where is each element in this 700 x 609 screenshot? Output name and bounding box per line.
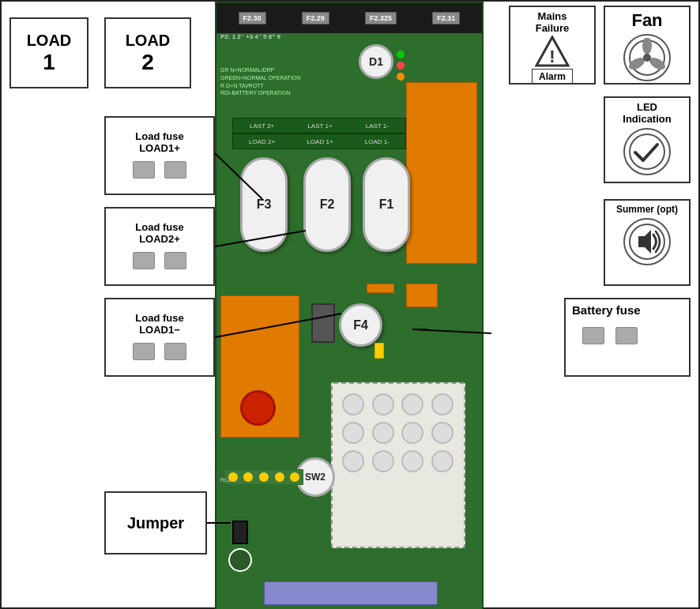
btn-4 (431, 393, 453, 415)
red-component (240, 390, 276, 426)
fuse-label-strip2: LOAD 2+ LOAD 1+ LOAD 1- (232, 133, 406, 149)
load1-box: LOAD 1 (9, 17, 88, 88)
cap-3 (259, 472, 269, 482)
btn-5 (342, 422, 364, 444)
cap-4 (275, 472, 284, 482)
fuse-f4: F4 (339, 303, 382, 347)
fuse-ind-3 (133, 252, 155, 269)
top-connector-strip: F2.30 F2.29 F2.325 F2.31 (216, 3, 482, 33)
fuse-f2: F2 (303, 157, 351, 252)
btn-10 (372, 450, 394, 472)
led-orange-1 (397, 73, 405, 81)
svg-text:!: ! (549, 47, 555, 66)
last1plus-label: LAST 1+ (307, 122, 332, 130)
last2-label: LAST 2+ (250, 122, 274, 130)
circle-component-bl (228, 548, 252, 572)
fuse-f1: F1 (363, 157, 410, 252)
button-grid (333, 384, 464, 482)
load-fuse-load1minus-box: Load fuse LOAD1− (104, 298, 215, 377)
fuse-ind-4 (164, 252, 186, 269)
jumper-box: Jumper (104, 491, 207, 554)
fuse-ind-5 (133, 343, 155, 360)
fuse-label-strip: LAST 2+ LAST 1+ LAST 1- (232, 118, 406, 133)
mains-failure-box: Mains Failure ! Alarm (509, 6, 596, 85)
connector-f2-325: F2.325 (365, 12, 397, 24)
summer-box: Summer (opt) (604, 199, 691, 286)
cap-2 (243, 472, 253, 482)
jumper-component (232, 521, 248, 544)
fan-icon (623, 34, 671, 81)
btn-7 (401, 422, 423, 444)
fuse-ind-6 (164, 343, 186, 360)
summer-icon (623, 218, 671, 265)
led-icon (623, 128, 671, 175)
load2-box: LOAD 2 (104, 17, 191, 88)
btn-12 (431, 450, 453, 472)
fuse-ind-2 (164, 161, 186, 179)
cap-5 (290, 472, 299, 482)
orange-resistor (367, 284, 394, 293)
load2plus-label: LOAD 2+ (249, 138, 275, 145)
main-container: F2.30 F2.29 F2.325 F2.31 P2: 1 2⁻ +3 4⁻ … (0, 0, 700, 609)
pcb-info-text: GR N=NORMAL/DRP GREEN=NORMAL OPERATION R… (220, 66, 315, 97)
warning-icon: ! (533, 36, 572, 67)
led-green-1 (397, 51, 405, 58)
battery-fuse-box: Battery fuse (564, 298, 691, 377)
blue-bottom-connector (264, 581, 438, 605)
load-fuse-load1plus-box: Load fuse LOAD1+ (104, 116, 215, 195)
btn-1 (342, 393, 364, 415)
battery-fuse-ind-2 (615, 327, 638, 344)
fuse-ind-1 (133, 161, 155, 179)
load1minus-label2: LOAD 1- (365, 138, 390, 145)
last1minus-label: LAST 1- (366, 122, 389, 130)
connector-f2-30: F2.30 (239, 12, 266, 24)
load-fuse-load2plus-box: Load fuse LOAD2+ (104, 207, 215, 286)
fan-box: Fan (604, 6, 691, 85)
svg-point-1 (642, 38, 652, 55)
connector-f2-31: F2.31 (432, 12, 460, 24)
btn-8 (431, 422, 453, 444)
svg-marker-9 (638, 230, 651, 254)
battery-fuse-ind-1 (582, 327, 604, 344)
load1plus-label: LOAD 1+ (307, 138, 333, 145)
relay-component (311, 303, 335, 343)
pcb-board: F2.30 F2.29 F2.325 F2.31 P2: 1 2⁻ +3 4⁻ … (215, 2, 484, 609)
pcb-p2-label: P2: 1 2⁻ +3 4⁻ 5 8⁺ 9 (220, 33, 280, 41)
rl2-label: RL2 (220, 477, 231, 483)
d1-indicator: D1 (359, 44, 393, 79)
btn-9 (342, 450, 364, 472)
led-indicators-group (397, 51, 405, 81)
led-red-1 (397, 62, 405, 70)
alarm-label: Alarm (532, 69, 573, 85)
button-array (331, 382, 465, 548)
btn-2 (372, 393, 394, 415)
connector-f2-29: F2.29 (302, 12, 329, 24)
component-row (224, 469, 303, 485)
btn-6 (372, 422, 394, 444)
btn-11 (401, 450, 423, 472)
orange-block-small (406, 284, 438, 307)
btn-3 (401, 393, 423, 415)
svg-point-4 (643, 54, 651, 62)
yellow-component (374, 343, 384, 359)
fuse-f3: F3 (240, 157, 288, 252)
orange-block-right (406, 82, 477, 264)
led-indication-box: LED Indication (604, 96, 691, 183)
